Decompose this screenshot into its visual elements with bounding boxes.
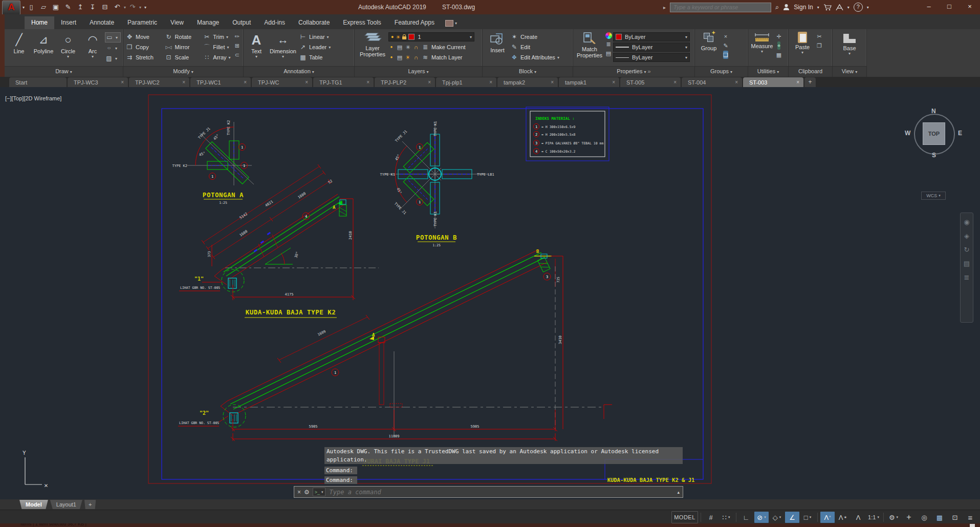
table-button[interactable]: ▦Table [299,53,350,62]
ribbon-tab-addins[interactable]: Add-ins [257,16,292,29]
panel-label-groups[interactable]: Groups ▾ [695,66,748,77]
circle-button[interactable]: ○Circle▾ [56,30,80,66]
ribbon-tab-manage[interactable]: Manage [190,16,226,29]
copy-button[interactable]: ❐Copy [125,43,165,52]
sign-in-button[interactable]: Sign In [794,4,813,11]
close-icon[interactable]: × [735,79,738,85]
lineweight-list-icon[interactable]: ≣ [606,40,611,48]
group-edit-button[interactable]: ✎ [723,41,728,50]
object-color-dropdown[interactable]: ByLayer▾ [613,32,690,41]
drawing-canvas[interactable]: INDEKS MATERIAL : 1 = H 300x150x6.5x9 2 … [0,87,980,499]
file-tab-tpj-tg1[interactable]: TPJ-TG1× [313,77,374,87]
close-button[interactable]: × [960,0,980,13]
line-button[interactable]: ╱Line [7,30,31,66]
edit-attributes-button[interactable]: ❖Edit Attributes▾ [510,53,570,62]
snap-toggle[interactable]: ∷▾ [719,512,733,523]
viewcube-top-face[interactable]: TOP [923,122,945,145]
ungroup-button[interactable]: × [724,32,727,40]
undo-caret-icon[interactable]: ▾ [124,5,126,10]
file-tab-start[interactable]: Start [9,77,67,87]
file-tab-tampak2[interactable]: tampak2× [497,77,558,87]
leader-button[interactable]: ↗Leader▾ [299,43,350,52]
command-customize-icon[interactable]: ⚙ [304,489,310,496]
copy-clip-button[interactable]: ❐ [817,41,822,50]
command-close-icon[interactable]: × [297,489,301,496]
command-input[interactable] [329,488,674,496]
offset-button[interactable]: ⊂ [233,51,241,59]
autodesk-logo-icon[interactable] [836,4,843,11]
object-snap-tracking-toggle[interactable]: ∠ [785,512,799,523]
block-edit-button[interactable]: ✎Edit [510,43,570,52]
file-tab-st-004[interactable]: ST-004× [682,77,742,87]
close-icon[interactable]: × [551,79,554,85]
redo-caret-icon[interactable]: ▾ [139,5,141,10]
polyline-button[interactable]: ⊿Polyline [31,30,56,66]
file-tab-tpj-wc[interactable]: TPJ-WC× [252,77,312,87]
linetype-list-icon[interactable]: ▤ [606,49,611,57]
ribbon-tab-collaborate[interactable]: Collaborate [292,16,336,29]
erase-button[interactable]: ✏ [233,32,241,40]
stretch-button[interactable]: ⇉Stretch [125,53,165,62]
paste-button[interactable]: Paste▾ [791,30,814,66]
match-layer-button[interactable]: ● ▤ ☀ ∩ ≋Match Layer [388,53,476,62]
help-caret-icon[interactable]: ▾ [867,5,869,10]
panel-label-utilities[interactable]: Utilities ▾ [748,66,788,77]
steering-wheel-icon[interactable]: ◉ [964,218,969,226]
polar-tracking-toggle[interactable]: ⊘▾ [754,512,769,523]
annotation-visibility-toggle[interactable]: Λ° [820,512,835,523]
open-file-icon[interactable]: ▱ [38,2,49,13]
viewcube-south[interactable]: S [932,152,936,159]
close-icon[interactable]: × [796,79,799,85]
close-icon[interactable]: × [182,79,185,85]
linetype-dropdown[interactable]: ByLayer▾ [613,53,690,62]
isolate-objects-button[interactable]: ◎ [917,512,931,523]
panel-label-properties[interactable]: Properties ▾ » [573,66,694,77]
qat-customize-icon[interactable]: ▾ [144,5,146,10]
move-button[interactable]: ✥Move [125,32,165,41]
file-tab-tpj-wc2[interactable]: TPJ-WC2× [129,77,189,87]
file-tab-tpj-wc3[interactable]: TPJ-WC3× [68,77,128,87]
model-tab[interactable]: Model [19,500,48,509]
measure-button[interactable]: Measure▾ [750,30,774,66]
ortho-toggle[interactable]: ∟ [739,512,753,523]
viewcube-east[interactable]: E [958,130,962,137]
linear-button[interactable]: ⊢Linear▾ [299,32,350,41]
viewcube[interactable]: N W E S TOP [909,109,958,158]
navigation-bar[interactable]: ◉ ◈ ↻ ▤ ≣ [960,213,973,323]
annotation-scale-value[interactable]: 1:1▾ [866,512,881,523]
quick-calc-button[interactable]: ▦ [776,51,781,59]
viewport-controls[interactable]: [−][Top][2D Wireframe] [5,95,61,101]
block-create-button[interactable]: ✶Create [510,32,570,41]
ribbon-tab-express-tools[interactable]: Express Tools [336,16,387,29]
rotate-button[interactable]: ↻Rotate [165,32,203,41]
dimension-button[interactable]: ↔Dimension▾ [267,30,299,66]
customization-button[interactable]: ≡ [963,512,977,523]
lineweight-dropdown[interactable]: ByLayer▾ [613,43,690,52]
hatch-tool-button[interactable]: ▨▾ [105,54,121,63]
close-icon[interactable]: × [366,79,369,85]
search-icon[interactable]: ⌕ [775,0,779,14]
layer-properties-button[interactable]: Layer Properties [357,30,388,66]
file-tab-st-005[interactable]: ST-005× [620,77,681,87]
new-drawing-tab-button[interactable]: + [804,77,816,87]
panel-label-draw[interactable]: Draw ▾ [5,66,123,77]
close-icon[interactable]: × [612,79,615,85]
app-store-cart-icon[interactable] [823,4,832,11]
autodesk-caret-icon[interactable]: ▾ [847,5,850,10]
object-snap-toggle[interactable]: □▾ [800,512,815,523]
panel-label-block[interactable]: Block ▾ [483,66,573,77]
ribbon-tab-featured-apps[interactable]: Featured Apps [388,16,441,29]
wcs-dropdown[interactable]: WCS▾ [921,192,946,200]
clean-screen-button[interactable]: ⊡ [948,512,962,523]
ribbon-tab-output[interactable]: Output [226,16,257,29]
close-icon[interactable]: × [305,79,308,85]
file-tab-tpj-wc1[interactable]: TPJ-WC1× [190,77,251,87]
hardware-acceleration-button[interactable]: ▩ [932,512,947,523]
command-expand-icon[interactable]: ▴ [677,490,680,495]
sign-in-caret-icon[interactable]: ▾ [817,5,819,10]
workspace-switching[interactable]: ⚙▾ [886,512,901,523]
arc-button[interactable]: ◠Arc▾ [80,30,105,66]
minimize-button[interactable]: – [919,0,939,13]
annotation-monitor-button[interactable]: + [902,512,916,523]
ribbon-tab-home[interactable]: Home [25,16,54,29]
